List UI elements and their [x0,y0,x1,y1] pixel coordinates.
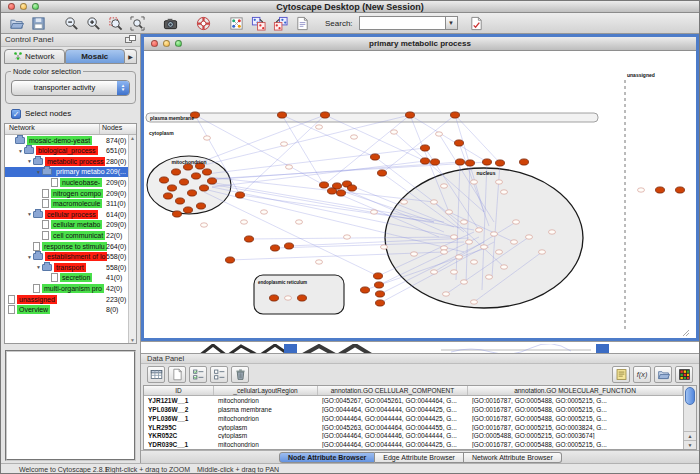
tree-expand-icon[interactable]: ▼ [17,148,24,154]
graph-node-unselected[interactable] [496,250,503,254]
tree-row[interactable]: response to stimulu264(0) [5,241,128,252]
graph-node-transporter[interactable] [270,295,279,301]
graph-node-transporter[interactable] [176,198,185,204]
graph-node-unselected[interactable] [496,180,503,184]
graph-node-unselected[interactable] [461,220,468,224]
graph-node-unselected[interactable] [411,252,418,256]
graph-node-transporter[interactable] [160,177,169,183]
network-view-titlebar[interactable]: primary metabolic process [144,37,696,51]
graph-node-transporter[interactable] [421,145,430,151]
tree-row[interactable]: macromolecule311(0) [5,198,128,209]
tree-row[interactable]: ▼primary metabo209(... [5,167,128,178]
graph-node-unselected[interactable] [476,228,483,232]
import-folder-icon[interactable] [654,366,672,383]
tab-network[interactable]: Network [4,49,65,64]
graph-node-unselected[interactable] [471,260,478,264]
graph-node-transporter[interactable] [466,160,475,166]
tree-row[interactable]: multi-organism pro42(0) [5,283,128,294]
search-input[interactable] [359,16,445,30]
tree-expand-icon[interactable]: ▼ [26,254,33,260]
table-column-header[interactable]: annotation.GO CELLULAR_COMPONENT [318,386,468,395]
table-row[interactable]: YJR121W__1mitochondrion[GO:0045267, GO:0… [144,396,683,405]
canvas-resize-grip[interactable] [683,330,689,336]
graph-node-unselected[interactable] [441,184,448,188]
graph-node-unselected[interactable] [513,220,520,224]
graph-node-transporter[interactable] [226,257,235,263]
graph-node-transporter[interactable] [455,140,464,146]
graph-node-unselected[interactable] [526,235,533,239]
graph-node-transporter[interactable] [236,192,245,198]
graph-node-transporter[interactable] [337,190,346,196]
tree-row[interactable]: ▼cellular process614(0) [5,209,128,220]
graph-node-unselected[interactable] [391,130,398,134]
graph-node-unselected[interactable] [351,135,358,139]
network-import-icon[interactable] [249,14,268,33]
graph-node-unselected[interactable] [471,180,478,184]
table-scroll-down-icon[interactable]: ▼ [684,440,696,449]
tree-row[interactable]: ▼metabolic process280(0) [5,156,128,167]
graph-node-unselected[interactable] [381,245,388,249]
save-floppy-icon[interactable] [29,14,48,33]
search-dropdown-icon[interactable]: ▼ [445,16,458,30]
tab-network-attribute-browser[interactable]: Network Attribute Browser [464,452,562,463]
graph-node-transporter[interactable] [361,287,370,293]
graph-edge[interactable] [212,161,425,187]
graph-node-transporter[interactable] [278,112,287,118]
tab-overflow-arrow-icon[interactable]: ▶ [125,49,137,64]
graph-node-unselected[interactable] [296,220,303,224]
graph-node-transporter[interactable] [431,159,440,165]
graph-node-unselected[interactable] [549,230,556,234]
graph-node-transporter[interactable] [496,160,505,166]
report-icon[interactable] [467,14,486,33]
graph-node-transporter[interactable] [656,187,665,193]
table-column-header[interactable]: ID [144,386,214,395]
table-row[interactable]: YDR039C__1mitochondrion[GO:0044464, GO:0… [144,440,683,449]
network-export-icon[interactable] [271,14,290,33]
zoom-in-icon[interactable] [84,14,103,33]
table-scroll-up-icon[interactable]: ▲ [684,431,696,440]
graph-node-unselected[interactable] [316,260,323,264]
tree-expand-icon[interactable]: ▼ [35,169,42,175]
graph-node-transporter[interactable] [375,282,384,288]
graph-node-unselected[interactable] [201,223,208,227]
graph-node-transporter[interactable] [451,112,460,118]
tree-column-nodes[interactable]: Nodes [100,124,136,134]
graph-node-unselected[interactable] [344,235,351,239]
graph-node-transporter[interactable] [483,159,492,165]
graph-node-unselected[interactable] [451,270,458,274]
table-column-header[interactable]: _cellularLayoutRegion [214,386,318,395]
graph-node-unselected[interactable] [511,240,518,244]
graph-node-transporter[interactable] [200,185,209,191]
zoom-selected-icon[interactable] [106,14,125,33]
graph-node-unselected[interactable] [316,125,323,129]
graph-node-unselected[interactable] [286,165,293,169]
tree-row[interactable]: ▼biological_process651(0) [5,145,128,156]
graph-node-unselected[interactable] [431,200,438,204]
tree-expand-icon[interactable]: ▼ [26,211,33,217]
table-column-header[interactable]: annotation.GO MOLECULAR_FUNCTION [468,386,683,395]
graph-node-transporter[interactable] [456,159,465,165]
graph-node-transporter[interactable] [520,159,529,165]
graph-node-transporter[interactable] [320,182,329,188]
float-panel-icon[interactable] [125,35,136,44]
graph-node-transporter[interactable] [298,295,307,301]
scroll-down-icon[interactable]: ▼ [130,337,135,343]
graph-node-transporter[interactable] [208,178,217,184]
table-row[interactable]: YLR295Ccytoplasm[GO:0045263, GO:0044464,… [144,423,683,432]
tree-row[interactable]: cell communicat22(0) [5,230,128,241]
table-scrollbar[interactable]: ▲ ▼ [683,386,696,449]
graph-node-transporter[interactable] [188,190,197,196]
scroll-up-icon[interactable]: ▲ [130,135,135,141]
graph-node-unselected[interactable] [371,210,378,214]
graph-node-transporter[interactable] [421,158,430,164]
zoom-fit-icon[interactable] [128,14,147,33]
tree-expand-icon[interactable]: ▼ [26,158,33,164]
graph-node-unselected[interactable] [431,270,438,274]
select-attributes-icon[interactable] [189,366,207,383]
graph-node-transporter[interactable] [376,291,385,297]
graph-node-unselected[interactable] [461,280,468,284]
table-row[interactable]: YPL036W__2plasma membrane[GO:0044464, GO… [144,405,683,414]
graph-node-unselected[interactable] [261,210,268,214]
graph-node-unselected[interactable] [401,200,408,204]
graph-node-transporter[interactable] [374,273,383,279]
